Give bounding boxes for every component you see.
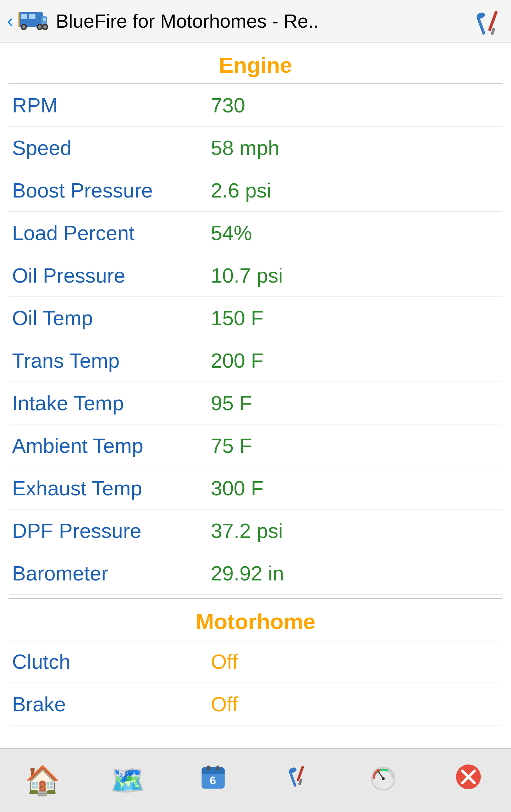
svg-rect-4 <box>43 18 46 21</box>
app-icon <box>17 9 49 33</box>
nav-home[interactable]: 🏠 <box>7 764 78 797</box>
engine-section-header: Engine <box>9 43 502 84</box>
motorhome-label-0: Clutch <box>12 650 211 673</box>
svg-rect-18 <box>202 771 225 774</box>
svg-point-6 <box>22 25 26 29</box>
engine-row-2: Boost Pressure 2.6 psi <box>9 169 502 212</box>
motorhome-label-1: Brake <box>12 692 211 716</box>
engine-label-0: RPM <box>12 93 211 117</box>
engine-row-11: Barometer 29.92 in <box>9 552 502 595</box>
svg-point-10 <box>43 25 47 29</box>
engine-row-4: Oil Pressure 10.7 psi <box>9 254 502 297</box>
engine-label-4: Oil Pressure <box>12 263 211 287</box>
engine-label-1: Speed <box>12 136 211 160</box>
engine-row-7: Intake Temp 95 F <box>9 382 502 424</box>
nav-tools[interactable] <box>263 764 334 797</box>
engine-value-1: 58 mph <box>211 136 499 160</box>
engine-label-8: Ambient Temp <box>12 434 211 457</box>
motorhome-row-1: Brake Off <box>9 683 502 725</box>
engine-value-11: 29.92 in <box>211 561 499 585</box>
engine-value-3: 54% <box>211 221 499 245</box>
engine-label-7: Intake Temp <box>12 391 211 415</box>
engine-value-4: 10.7 psi <box>211 263 499 287</box>
nav-calendar[interactable]: 6 <box>177 764 248 797</box>
nav-close[interactable] <box>433 764 504 797</box>
nav-dashboard[interactable] <box>348 764 419 797</box>
svg-rect-11 <box>18 12 20 27</box>
engine-data-table: RPM 730 Speed 58 mph Boost Pressure 2.6 … <box>9 84 502 595</box>
svg-rect-15 <box>476 16 485 35</box>
svg-point-8 <box>38 25 42 29</box>
engine-row-1: Speed 58 mph <box>9 127 502 169</box>
engine-row-6: Trans Temp 200 F <box>9 339 502 382</box>
calendar-icon: 6 <box>200 764 226 797</box>
svg-rect-2 <box>21 14 27 19</box>
maps-icon: 🗺️ <box>110 764 145 797</box>
motorhome-section-header: Motorhome <box>9 599 502 640</box>
svg-text:6: 6 <box>210 774 216 787</box>
engine-value-8: 75 F <box>211 434 499 457</box>
close-icon <box>455 764 482 797</box>
dashboard-icon <box>370 764 397 797</box>
svg-rect-3 <box>29 14 35 19</box>
engine-value-5: 150 F <box>211 306 499 330</box>
engine-label-2: Boost Pressure <box>12 178 211 202</box>
svg-point-28 <box>382 777 385 780</box>
engine-label-9: Exhaust Temp <box>12 476 211 500</box>
engine-label-11: Barometer <box>12 561 211 585</box>
engine-row-10: DPF Pressure 37.2 psi <box>9 510 502 552</box>
motorhome-value-0: Off <box>211 650 499 673</box>
engine-label-5: Oil Temp <box>12 306 211 330</box>
motorhome-value-1: Off <box>211 692 499 716</box>
engine-value-7: 95 F <box>211 391 499 415</box>
engine-value-9: 300 F <box>211 476 499 500</box>
main-content: Engine RPM 730 Speed 58 mph Boost Pressu… <box>0 43 511 748</box>
engine-row-0: RPM 730 <box>9 84 502 127</box>
engine-row-5: Oil Temp 150 F <box>9 297 502 339</box>
bottom-navigation: 🏠 🗺️ 6 <box>0 748 511 812</box>
motorhome-data-table: Clutch Off Brake Off <box>9 640 502 725</box>
svg-rect-21 <box>216 766 219 771</box>
engine-label-3: Load Percent <box>12 221 211 245</box>
app-header: ‹ BlueFire for Motorhomes - Re.. <box>0 0 511 43</box>
engine-label-6: Trans Temp <box>12 349 211 372</box>
engine-row-8: Ambient Temp 75 F <box>9 424 502 467</box>
nav-maps[interactable]: 🗺️ <box>92 764 163 797</box>
engine-value-2: 2.6 psi <box>211 178 499 202</box>
back-button[interactable]: ‹ <box>7 10 13 32</box>
engine-row-3: Load Percent 54% <box>9 212 502 254</box>
engine-value-10: 37.2 psi <box>211 519 499 543</box>
engine-row-9: Exhaust Temp 300 F <box>9 467 502 510</box>
tools-icon <box>285 764 312 797</box>
home-icon: 🏠 <box>25 764 60 797</box>
svg-rect-20 <box>207 766 210 771</box>
engine-value-6: 200 F <box>211 349 499 372</box>
engine-label-10: DPF Pressure <box>12 519 211 543</box>
engine-value-0: 730 <box>211 93 499 117</box>
settings-button[interactable] <box>472 9 504 33</box>
motorhome-row-0: Clutch Off <box>9 640 502 683</box>
app-title: BlueFire for Motorhomes - Re.. <box>56 10 472 32</box>
